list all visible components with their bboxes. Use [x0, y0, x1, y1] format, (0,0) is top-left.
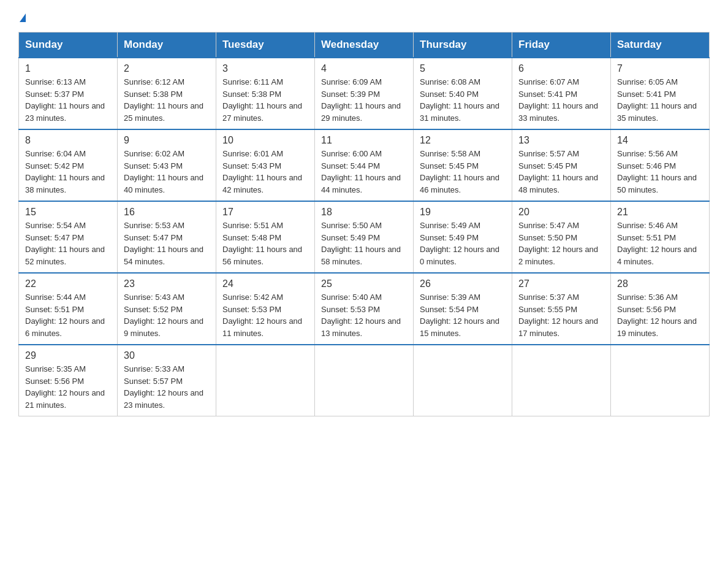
day-info: Sunrise: 5:58 AMSunset: 5:45 PMDaylight:…: [420, 149, 499, 194]
day-number: 28: [617, 278, 703, 289]
day-info: Sunrise: 5:50 AMSunset: 5:49 PMDaylight:…: [321, 221, 401, 266]
calendar-cell: [315, 345, 414, 416]
day-info: Sunrise: 5:57 AMSunset: 5:45 PMDaylight:…: [518, 149, 598, 194]
day-info: Sunrise: 6:04 AMSunset: 5:42 PMDaylight:…: [25, 149, 105, 194]
weekday-header-thursday: Thursday: [414, 33, 512, 58]
day-number: 7: [617, 63, 703, 74]
day-number: 25: [321, 278, 407, 289]
day-number: 14: [617, 135, 703, 146]
calendar-cell: 11 Sunrise: 6:00 AMSunset: 5:44 PMDaylig…: [315, 129, 414, 201]
calendar-cell: 21 Sunrise: 5:46 AMSunset: 5:51 PMDaylig…: [611, 201, 710, 273]
day-number: 21: [617, 207, 703, 218]
calendar-cell: 1 Sunrise: 6:13 AMSunset: 5:37 PMDayligh…: [19, 58, 118, 129]
day-number: 3: [222, 63, 308, 74]
calendar-cell: 7 Sunrise: 6:05 AMSunset: 5:41 PMDayligh…: [611, 58, 710, 129]
day-info: Sunrise: 6:00 AMSunset: 5:44 PMDaylight:…: [321, 149, 401, 194]
day-info: Sunrise: 5:33 AMSunset: 5:57 PMDaylight:…: [124, 364, 203, 410]
day-number: 17: [222, 207, 308, 218]
day-info: Sunrise: 5:42 AMSunset: 5:53 PMDaylight:…: [222, 293, 302, 338]
logo-triangle-icon: [20, 13, 26, 22]
day-info: Sunrise: 5:40 AMSunset: 5:53 PMDaylight:…: [321, 293, 401, 338]
day-number: 2: [124, 63, 210, 74]
day-info: Sunrise: 6:01 AMSunset: 5:43 PMDaylight:…: [222, 149, 302, 194]
day-number: 18: [321, 207, 407, 218]
day-number: 30: [124, 350, 210, 361]
day-number: 29: [25, 350, 111, 361]
calendar-cell: 12 Sunrise: 5:58 AMSunset: 5:45 PMDaylig…: [414, 129, 512, 201]
day-info: Sunrise: 5:53 AMSunset: 5:47 PMDaylight:…: [124, 221, 203, 266]
weekday-header-row: SundayMondayTuesdayWednesdayThursdayFrid…: [19, 33, 710, 58]
calendar-cell: 28 Sunrise: 5:36 AMSunset: 5:56 PMDaylig…: [611, 273, 710, 345]
weekday-header-friday: Friday: [512, 33, 611, 58]
calendar-cell: 29 Sunrise: 5:35 AMSunset: 5:56 PMDaylig…: [19, 345, 118, 416]
day-info: Sunrise: 5:51 AMSunset: 5:48 PMDaylight:…: [222, 221, 302, 266]
day-number: 1: [25, 63, 111, 74]
day-info: Sunrise: 6:08 AMSunset: 5:40 PMDaylight:…: [420, 77, 499, 123]
calendar-cell: 25 Sunrise: 5:40 AMSunset: 5:53 PMDaylig…: [315, 273, 414, 345]
day-info: Sunrise: 5:36 AMSunset: 5:56 PMDaylight:…: [617, 293, 697, 338]
day-info: Sunrise: 6:09 AMSunset: 5:39 PMDaylight:…: [321, 77, 401, 123]
day-number: 5: [420, 63, 506, 74]
calendar-cell: 26 Sunrise: 5:39 AMSunset: 5:54 PMDaylig…: [414, 273, 512, 345]
day-info: Sunrise: 6:12 AMSunset: 5:38 PMDaylight:…: [124, 77, 203, 123]
weekday-header-monday: Monday: [118, 33, 216, 58]
calendar-week-2: 8 Sunrise: 6:04 AMSunset: 5:42 PMDayligh…: [19, 129, 710, 201]
day-number: 8: [25, 135, 111, 146]
calendar-cell: 24 Sunrise: 5:42 AMSunset: 5:53 PMDaylig…: [216, 273, 315, 345]
day-info: Sunrise: 5:44 AMSunset: 5:51 PMDaylight:…: [25, 293, 105, 338]
calendar-cell: 22 Sunrise: 5:44 AMSunset: 5:51 PMDaylig…: [19, 273, 118, 345]
day-info: Sunrise: 5:47 AMSunset: 5:50 PMDaylight:…: [518, 221, 598, 266]
calendar-cell: 6 Sunrise: 6:07 AMSunset: 5:41 PMDayligh…: [512, 58, 611, 129]
calendar-cell: 15 Sunrise: 5:54 AMSunset: 5:47 PMDaylig…: [19, 201, 118, 273]
calendar-cell: 16 Sunrise: 5:53 AMSunset: 5:47 PMDaylig…: [118, 201, 216, 273]
calendar-cell: 14 Sunrise: 5:56 AMSunset: 5:46 PMDaylig…: [611, 129, 710, 201]
calendar-cell: [414, 345, 512, 416]
calendar-week-5: 29 Sunrise: 5:35 AMSunset: 5:56 PMDaylig…: [19, 345, 710, 416]
calendar-cell: 30 Sunrise: 5:33 AMSunset: 5:57 PMDaylig…: [118, 345, 216, 416]
day-number: 20: [518, 207, 604, 218]
calendar-cell: 20 Sunrise: 5:47 AMSunset: 5:50 PMDaylig…: [512, 201, 611, 273]
calendar-cell: [611, 345, 710, 416]
calendar-cell: 3 Sunrise: 6:11 AMSunset: 5:38 PMDayligh…: [216, 58, 315, 129]
calendar-cell: 5 Sunrise: 6:08 AMSunset: 5:40 PMDayligh…: [414, 58, 512, 129]
calendar-cell: 13 Sunrise: 5:57 AMSunset: 5:45 PMDaylig…: [512, 129, 611, 201]
day-info: Sunrise: 5:56 AMSunset: 5:46 PMDaylight:…: [617, 149, 697, 194]
day-number: 24: [222, 278, 308, 289]
day-info: Sunrise: 5:37 AMSunset: 5:55 PMDaylight:…: [518, 293, 598, 338]
calendar-cell: 23 Sunrise: 5:43 AMSunset: 5:52 PMDaylig…: [118, 273, 216, 345]
day-info: Sunrise: 6:13 AMSunset: 5:37 PMDaylight:…: [25, 77, 105, 123]
day-info: Sunrise: 6:11 AMSunset: 5:38 PMDaylight:…: [222, 77, 302, 123]
calendar-cell: 4 Sunrise: 6:09 AMSunset: 5:39 PMDayligh…: [315, 58, 414, 129]
day-number: 9: [124, 135, 210, 146]
day-number: 19: [420, 207, 506, 218]
day-number: 13: [518, 135, 604, 146]
calendar-cell: 18 Sunrise: 5:50 AMSunset: 5:49 PMDaylig…: [315, 201, 414, 273]
day-number: 23: [124, 278, 210, 289]
calendar-cell: 27 Sunrise: 5:37 AMSunset: 5:55 PMDaylig…: [512, 273, 611, 345]
weekday-header-saturday: Saturday: [611, 33, 710, 58]
calendar-cell: 17 Sunrise: 5:51 AMSunset: 5:48 PMDaylig…: [216, 201, 315, 273]
calendar-cell: [216, 345, 315, 416]
day-info: Sunrise: 6:02 AMSunset: 5:43 PMDaylight:…: [124, 149, 203, 194]
calendar-cell: 9 Sunrise: 6:02 AMSunset: 5:43 PMDayligh…: [118, 129, 216, 201]
calendar-week-1: 1 Sunrise: 6:13 AMSunset: 5:37 PMDayligh…: [19, 58, 710, 129]
day-info: Sunrise: 5:46 AMSunset: 5:51 PMDaylight:…: [617, 221, 697, 266]
day-number: 11: [321, 135, 407, 146]
weekday-header-tuesday: Tuesday: [216, 33, 315, 58]
day-info: Sunrise: 6:07 AMSunset: 5:41 PMDaylight:…: [518, 77, 598, 123]
day-info: Sunrise: 5:43 AMSunset: 5:52 PMDaylight:…: [124, 293, 203, 338]
day-number: 12: [420, 135, 506, 146]
calendar-cell: 19 Sunrise: 5:49 AMSunset: 5:49 PMDaylig…: [414, 201, 512, 273]
calendar-cell: 10 Sunrise: 6:01 AMSunset: 5:43 PMDaylig…: [216, 129, 315, 201]
day-info: Sunrise: 5:35 AMSunset: 5:56 PMDaylight:…: [25, 364, 105, 410]
page-header: [18, 12, 710, 26]
calendar-table: SundayMondayTuesdayWednesdayThursdayFrid…: [18, 32, 710, 416]
day-info: Sunrise: 5:54 AMSunset: 5:47 PMDaylight:…: [25, 221, 105, 266]
calendar-cell: [512, 345, 611, 416]
day-number: 10: [222, 135, 308, 146]
calendar-week-3: 15 Sunrise: 5:54 AMSunset: 5:47 PMDaylig…: [19, 201, 710, 273]
day-number: 6: [518, 63, 604, 74]
day-info: Sunrise: 6:05 AMSunset: 5:41 PMDaylight:…: [617, 77, 697, 123]
day-number: 15: [25, 207, 111, 218]
day-number: 16: [124, 207, 210, 218]
